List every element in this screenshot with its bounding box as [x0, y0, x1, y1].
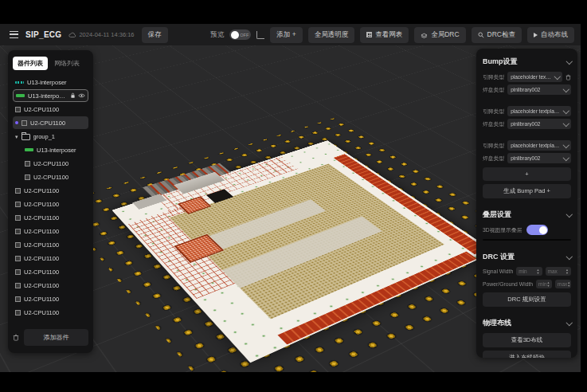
panel-footer: 添加器件: [13, 323, 88, 346]
bump-group-3: 引脚类型 placeholder textplaceholder 焊盘类型 pi…: [483, 139, 571, 166]
layer-toggle-label: 3D视图显示叠层: [483, 226, 522, 234]
list-item[interactable]: U2-CPU1100: [13, 157, 88, 170]
list-item[interactable]: ▾ group_1: [13, 130, 88, 143]
pad-type-label: 焊盘类型: [483, 86, 504, 94]
item-label: U2-CPU1100: [33, 160, 68, 167]
trash-icon: [13, 334, 19, 341]
pad-type-select[interactable]: pinlibrary002: [507, 153, 571, 163]
bump-settings-header[interactable]: Bump设置: [483, 54, 571, 70]
item-label: U2-CPU1100: [24, 241, 59, 249]
spinner-icon[interactable]: ▲▼: [547, 281, 550, 287]
list-item[interactable]: U2-CPU1100: [13, 211, 88, 224]
list-item[interactable]: U2-CPU1100: [13, 238, 88, 251]
global-drc-button[interactable]: 全局DRC: [414, 27, 465, 43]
view-3d-routing-button[interactable]: 查看3D布线: [483, 333, 571, 347]
layer-settings-header[interactable]: 叠层设置: [483, 207, 571, 223]
list-item[interactable]: U13-interposer: [13, 76, 88, 88]
generate-bump-pad-button[interactable]: 生成 Bump Pad +: [483, 184, 571, 198]
settings-panel: Bump设置 引脚类型 placeholder textplaceho... 焊…: [476, 49, 577, 358]
cloud-icon: [68, 32, 76, 38]
list-item[interactable]: U2-CPU1100: [13, 116, 88, 129]
item-label: U2-CPU1100: [24, 282, 59, 289]
list-item[interactable]: U13-interposer: [13, 89, 88, 102]
add-component-button[interactable]: 添加器件: [24, 329, 88, 346]
pin-type-select[interactable]: placeholder textplaceho...: [507, 72, 562, 82]
spinner-icon[interactable]: ▲▼: [567, 281, 570, 287]
view-netlist-button[interactable]: 查看网表: [360, 27, 409, 43]
caret-down-icon[interactable]: ▾: [15, 134, 18, 139]
chip-icon: [22, 120, 27, 126]
show-stack-toggle[interactable]: [526, 225, 548, 235]
list-item[interactable]: U2-CPU1100: [13, 306, 88, 319]
list-item[interactable]: U2-CPU1100: [13, 103, 88, 116]
list-item[interactable]: U2-CPU1100: [13, 292, 88, 305]
tab-net-list[interactable]: 网络列表: [49, 57, 84, 70]
chip-icon: [15, 269, 21, 275]
power-width-min-input[interactable]: min ▲▼: [536, 280, 552, 288]
interposer-green-icon: [25, 148, 33, 151]
chevron-down-icon: [562, 86, 569, 92]
delete-bump-group-button[interactable]: [565, 74, 571, 80]
chip-icon: [15, 215, 21, 221]
power-ground-width-row: Power/Ground Width min ▲▼ max ▲▼: [483, 280, 571, 288]
item-label: U2-CPU1100: [24, 106, 59, 113]
menu-icon[interactable]: [10, 31, 18, 38]
auto-route-button[interactable]: 自动布线: [527, 27, 574, 43]
list-item[interactable]: U2-CPU1100: [13, 265, 88, 278]
chip-icon: [15, 296, 21, 302]
global-transparency-button[interactable]: 全局透明度: [308, 27, 355, 43]
power-width-max-input[interactable]: max ▲▼: [555, 280, 571, 288]
eye-icon[interactable]: [78, 93, 85, 98]
item-label: U13-interposer: [28, 92, 67, 100]
delete-component-button[interactable]: [13, 334, 19, 341]
add-button[interactable]: 添加 +: [270, 27, 302, 43]
list-item[interactable]: U13-interposer: [13, 143, 88, 156]
preview-label: 预览: [210, 30, 224, 40]
preview-toggle[interactable]: OFF: [229, 29, 251, 40]
sync-timestamp: 2024-04-11 14:36:16: [68, 31, 134, 38]
toggle-knob: [539, 226, 547, 234]
signal-width-label: Signal Width: [483, 269, 513, 274]
component-panel: 器件列表 网络列表 U13-interposer U13-interposer: [8, 50, 93, 353]
spinner-icon[interactable]: ▲▼: [537, 269, 540, 274]
list-item[interactable]: U2-CPU1100: [13, 252, 88, 265]
active-dot: [15, 121, 18, 124]
add-bump-group-button[interactable]: +: [483, 167, 571, 181]
list-item[interactable]: U2-CPU1100: [13, 279, 88, 292]
drc-check-button[interactable]: DRC检查: [472, 27, 522, 43]
bump-group-2: 引脚类型 placeholder textplaceholder 焊盘类型 pi…: [483, 104, 571, 131]
chip-icon: [25, 174, 30, 180]
list-item[interactable]: U2-CPU1100: [13, 225, 88, 237]
item-label: U13-interposer: [27, 79, 67, 86]
signal-width-min-input[interactable]: min ▲▼: [516, 267, 542, 276]
item-label: U2-CPU1100: [24, 228, 59, 235]
signal-width-max-input[interactable]: max ▲▼: [546, 267, 571, 276]
measure-corner-icon[interactable]: [256, 31, 264, 39]
pin-type-select[interactable]: placeholder textplaceholder: [507, 106, 571, 116]
save-button[interactable]: 保存: [142, 27, 168, 43]
chevron-down-icon: [565, 211, 572, 218]
component-list: U13-interposer U13-interposer U2-CPU1: [13, 76, 88, 323]
enter-routing-module-button[interactable]: 进入布线模块: [483, 351, 571, 358]
chevron-down-icon: [565, 58, 572, 65]
drc-rules-button[interactable]: DRC 规则设置: [483, 292, 571, 307]
item-label: group_1: [33, 133, 56, 140]
viewport-3d[interactable]: 器件列表 网络列表 U13-interposer U13-interposer: [0, 45, 581, 372]
list-item[interactable]: U2-CPU1100: [13, 171, 88, 183]
item-label: U2-CPU1100: [24, 187, 59, 194]
lock-icon[interactable]: [70, 92, 76, 99]
toggle-knob: [231, 31, 239, 39]
pin-type-select[interactable]: placeholder textplaceholder: [507, 140, 571, 151]
drc-settings-header[interactable]: DRC 设置: [483, 249, 571, 265]
tab-component-list[interactable]: 器件列表: [13, 57, 48, 70]
spinner-icon[interactable]: ▲▼: [565, 269, 569, 274]
pad-type-select[interactable]: pinlibrary002: [507, 84, 571, 95]
pad-type-select[interactable]: pinlibrary002: [507, 119, 571, 129]
physical-routing-header[interactable]: 物理布线: [483, 316, 571, 331]
chevron-down-icon: [565, 253, 572, 260]
list-item[interactable]: U2-CPU1100: [13, 198, 88, 210]
chevron-down-icon: [562, 155, 569, 161]
item-label: U13-interposer: [37, 147, 76, 154]
list-item[interactable]: U2-CPU1100: [13, 184, 88, 197]
layer-toggle-row: 3D视图显示叠层: [483, 225, 571, 235]
